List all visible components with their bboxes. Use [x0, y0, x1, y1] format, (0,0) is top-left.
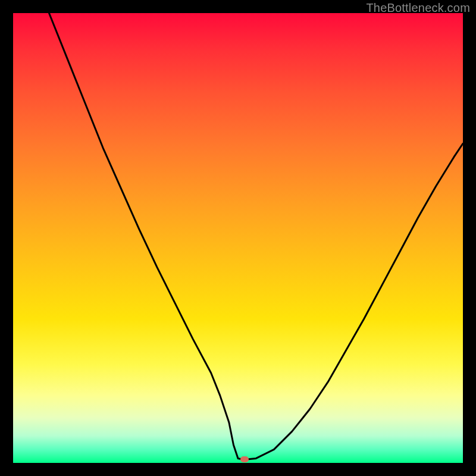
plot-area	[13, 13, 463, 463]
watermark-text: TheBottleneck.com	[366, 1, 470, 15]
optimum-marker	[240, 456, 249, 462]
curve-path	[49, 13, 463, 459]
chart-container: TheBottleneck.com	[0, 0, 476, 476]
bottleneck-curve	[13, 13, 463, 463]
